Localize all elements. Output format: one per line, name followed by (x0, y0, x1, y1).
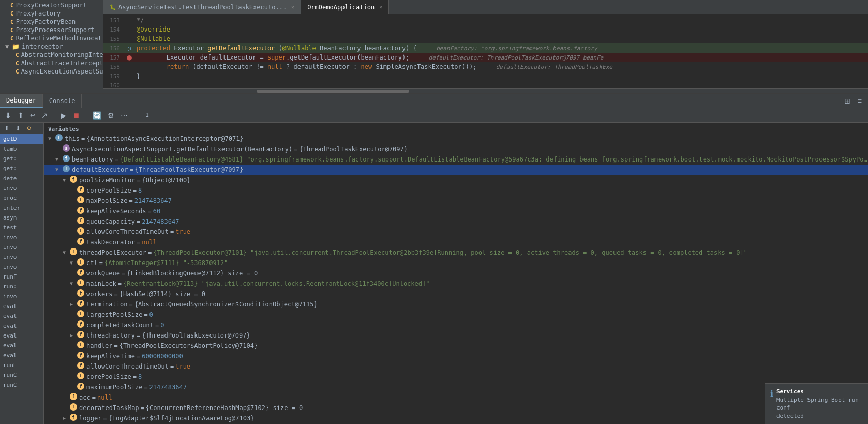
step-into-btn[interactable]: ⬆ (16, 110, 26, 121)
var-logger[interactable]: f logger = {LogAdapter$Slf4jLocationAwar… (44, 413, 868, 423)
tree-item-proxyprocessorsupport[interactable]: C ProxyProcessorSupport (0, 26, 103, 34)
var-queuecapacity[interactable]: f queueCapacity = 2147483647 (44, 216, 868, 227)
frame-eval3[interactable]: eval (0, 321, 43, 331)
var-allowcorethreadtimeout[interactable]: f allowCoreThreadTimeOut = true (44, 227, 868, 237)
tab-label: AsyncServiceTest.testThreadPoolTaskExecu… (118, 4, 287, 11)
expand-arrow-icon[interactable] (70, 331, 77, 340)
frame-eval1[interactable]: eval (0, 301, 43, 311)
var-beanfactory[interactable]: f beanFactory = {DefaultListableBeanFact… (44, 154, 868, 165)
step-into-btn2[interactable]: ↩ (28, 111, 37, 120)
frame-asyn[interactable]: asyn (0, 213, 43, 223)
frame-invo3[interactable]: invo (0, 242, 43, 252)
var-allowcorethreadtimeout2[interactable]: f allowCoreThreadTimeOut = true (44, 361, 868, 372)
expand-arrow-icon[interactable] (70, 258, 77, 268)
var-defaultexecutor[interactable]: f defaultExecutor = {ThreadPoolTaskExecu… (44, 165, 868, 175)
frame-run1[interactable]: run: (0, 282, 43, 291)
frame-invo5[interactable]: invo (0, 262, 43, 272)
frame-runL[interactable]: runL (0, 360, 43, 370)
var-workers[interactable]: f workers = {HashSet@7114} size = 0 (44, 289, 868, 299)
var-completedtaskcount[interactable]: f completedTaskCount = 0 (44, 320, 868, 330)
up-btn[interactable]: ⬆ (2, 124, 11, 133)
frame-invo1[interactable]: invo (0, 183, 43, 193)
tab-close-icon[interactable]: ✕ (291, 4, 294, 10)
expand-arrow-icon[interactable] (55, 155, 63, 164)
var-keepalivetime[interactable]: f keepAliveTime = 60000000000 (44, 351, 868, 361)
frame-eval5[interactable]: eval (0, 341, 43, 350)
expand-arrow-icon[interactable] (55, 165, 63, 174)
frame-runF[interactable]: runF (0, 272, 43, 282)
var-largestpoolsize[interactable]: f largestPoolSize = 0 (44, 310, 868, 320)
menu-btn[interactable]: ≡ (856, 96, 864, 106)
class-icon: C (10, 2, 14, 9)
var-this[interactable]: f this = {AnnotationAsyncExecutionInterc… (44, 134, 868, 144)
var-keepaliveseconds[interactable]: f keepAliveSeconds = 60 (44, 206, 868, 216)
frame-get2[interactable]: get: (0, 164, 43, 173)
layout-btn[interactable]: ⊞ (842, 96, 852, 106)
frame-runC2[interactable]: runC (0, 380, 43, 390)
frame-inter[interactable]: inter (0, 203, 43, 213)
expand-arrow-icon[interactable] (70, 279, 77, 288)
frame-invo4[interactable]: invo (0, 252, 43, 262)
tab-asyncservicetest[interactable]: 🐛 AsyncServiceTest.testThreadPoolTaskExe… (103, 0, 301, 14)
var-taskdecorator[interactable]: f taskDecorator = null (44, 237, 868, 247)
var-workqueue[interactable]: f workQueue = {LinkedBlockingQueue@7112}… (44, 268, 868, 279)
tab-close-icon[interactable]: ✕ (379, 4, 382, 10)
expand-arrow-icon[interactable] (70, 300, 77, 309)
frame-runC1[interactable]: runC (0, 370, 43, 380)
tree-item-reflective[interactable]: C ReflectiveMethodInvocation (0, 34, 103, 42)
var-termination[interactable]: f termination = {AbstractQueuedSynchroni… (44, 299, 868, 310)
expand-arrow-icon[interactable] (63, 176, 70, 185)
tree-item-abstracttrace[interactable]: C AbstractTraceInterceptor (0, 59, 103, 67)
frame-invo2[interactable]: invo (0, 232, 43, 242)
var-name: workers (86, 289, 113, 299)
tree-item-proxyfactory[interactable]: C ProxyFactory (0, 9, 103, 18)
services-notification[interactable]: ℹ Services Multiple Spring Boot run conf… (765, 383, 868, 424)
tab-console[interactable]: Console (43, 94, 82, 108)
var-mainlock[interactable]: f mainLock = {ReentrantLock@7113} "java.… (44, 279, 868, 289)
frame-invo6[interactable]: invo (0, 291, 43, 301)
resume-btn[interactable]: ▶ (58, 110, 68, 121)
var-threadpoolexecutor[interactable]: f threadPoolExecutor = {ThreadPoolExecut… (44, 247, 868, 258)
step-over-btn[interactable]: ⬇ (3, 110, 13, 121)
tab-ormdemo[interactable]: OrmDemoApplication ✕ (301, 0, 389, 14)
var-corepoolsize[interactable]: f corePoolSize = 8 (44, 185, 868, 196)
frame-eval6[interactable]: eval (0, 350, 43, 360)
tree-item-interceptor-folder[interactable]: ▼ 📁 interceptor (0, 42, 103, 51)
var-maxpoolsize[interactable]: f maxPoolSize = 2147483647 (44, 196, 868, 206)
tree-item-proxyfactorybean[interactable]: C ProxyFactoryBean (0, 18, 103, 26)
var-decoratedtaskmap[interactable]: f decoratedTaskMap = {ConcurrentReferenc… (44, 403, 868, 413)
frame-proc[interactable]: proc (0, 193, 43, 203)
evaluate-btn[interactable]: 🔄 (91, 110, 103, 121)
down-btn[interactable]: ⬇ (13, 124, 23, 133)
frame-eval2[interactable]: eval (0, 311, 43, 321)
frame-lamb[interactable]: lamb (0, 144, 43, 154)
tab-debugger[interactable]: Debugger (0, 94, 43, 108)
expand-arrow-icon[interactable] (48, 134, 55, 143)
var-maximumpoolsize[interactable]: f maximumPoolSize = 2147483647 (44, 382, 868, 392)
frame-get1[interactable]: get: (0, 154, 43, 164)
frame-test[interactable]: test (0, 223, 43, 232)
frame-getD[interactable]: getD (0, 134, 43, 144)
stop-btn[interactable]: ⏹ (70, 110, 82, 121)
tree-item-asyncexecution[interactable]: C AsyncExecutionAspectSupport (0, 67, 103, 76)
settings-btn[interactable]: ⚙ (106, 110, 116, 121)
var-threadfactory[interactable]: f threadFactory = {ThreadPoolTaskExecuto… (44, 330, 868, 341)
var-ctl[interactable]: f ctl = {AtomicInteger@7111} "-536870912… (44, 258, 868, 268)
filter-btn[interactable]: ⊙ (25, 124, 33, 132)
expand-arrow-icon[interactable] (63, 414, 70, 423)
frame-eval4[interactable]: eval (0, 331, 43, 341)
scrollbar-thumb[interactable] (257, 90, 410, 93)
tree-item-abstractmonitoring[interactable]: C AbstractMonitoringInterceptor (0, 51, 103, 59)
var-acc[interactable]: f acc = null (44, 392, 868, 403)
horizontal-scrollbar[interactable] (103, 88, 868, 93)
var-name: allowCoreThreadTimeOut (86, 227, 169, 237)
var-handler[interactable]: f handler = {ThreadPoolExecutor$AbortPol… (44, 341, 868, 351)
tree-item-proxycreator[interactable]: C ProxyCreatorSupport (0, 1, 103, 9)
var-asyncexec[interactable]: s AsyncExecutionAspectSupport.getDefault… (44, 144, 868, 154)
expand-arrow-icon[interactable] (63, 248, 70, 257)
var-corepoolsize2[interactable]: f corePoolSize = 8 (44, 372, 868, 382)
step-out-btn[interactable]: ↗ (39, 110, 50, 121)
more-btn[interactable]: ⋯ (118, 110, 130, 121)
var-poolsizemonitor[interactable]: f poolSizeMonitor = {Object@7100} (44, 175, 868, 185)
frame-dete[interactable]: dete (0, 173, 43, 183)
